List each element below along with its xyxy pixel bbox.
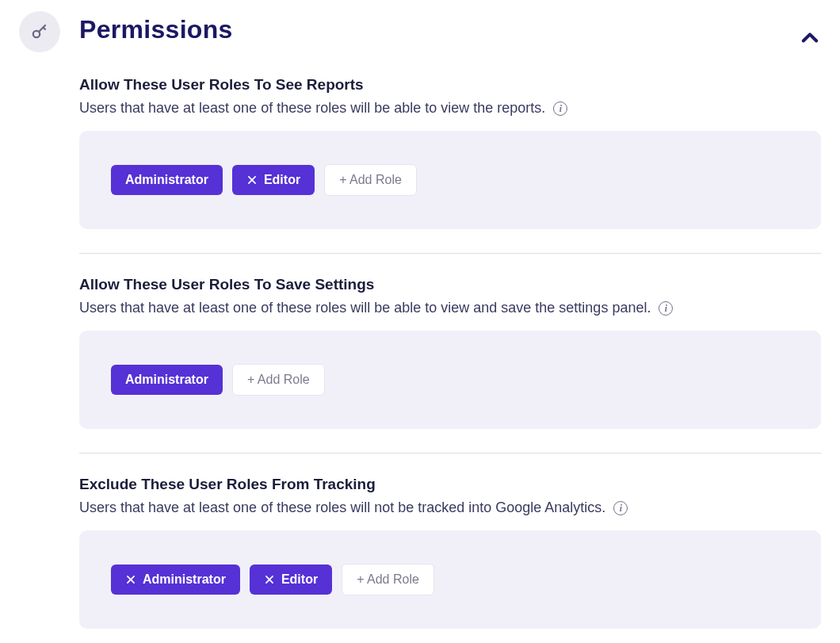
info-icon[interactable]: i (613, 501, 628, 515)
role-selection-box: Administrator + Add Role (79, 331, 821, 429)
add-role-button[interactable]: + Add Role (342, 564, 434, 595)
role-chip-label: Administrator (125, 173, 208, 187)
permissions-header: Permissions (19, 6, 821, 52)
section-description: Users that have at least one of these ro… (79, 100, 821, 117)
role-chip-administrator: Administrator (111, 165, 223, 195)
role-chip-label: Editor (264, 173, 300, 187)
section-see-reports: Allow These User Roles To See Reports Us… (79, 76, 821, 253)
section-description: Users that have at least one of these ro… (79, 499, 821, 516)
role-selection-box: Administrator Editor + Add Role (79, 530, 821, 629)
role-chip-administrator: Administrator (111, 365, 223, 395)
section-description: Users that have at least one of these ro… (79, 300, 821, 316)
remove-role-icon[interactable] (264, 574, 275, 585)
page-title: Permissions (79, 14, 233, 44)
section-title: Allow These User Roles To Save Settings (79, 276, 821, 293)
section-description-text: Users that have at least one of these ro… (79, 300, 651, 316)
role-chip-administrator: Administrator (111, 565, 240, 595)
collapse-toggle[interactable] (799, 27, 821, 49)
key-icon (19, 11, 60, 52)
add-role-button[interactable]: + Add Role (232, 364, 325, 396)
role-chip-label: Administrator (143, 572, 226, 587)
role-chip-editor: Editor (232, 165, 315, 195)
remove-role-icon[interactable] (246, 174, 258, 186)
role-chip-label: Editor (281, 572, 318, 587)
info-icon[interactable]: i (659, 301, 673, 316)
section-save-settings: Allow These User Roles To Save Settings … (79, 253, 821, 453)
permissions-content: Allow These User Roles To See Reports Us… (79, 76, 821, 643)
remove-role-icon[interactable] (125, 574, 136, 585)
role-chip-label: Administrator (125, 373, 208, 387)
role-chip-editor: Editor (250, 565, 332, 595)
role-selection-box: Administrator Editor + Add Role (79, 131, 821, 229)
section-title: Allow These User Roles To See Reports (79, 76, 821, 94)
section-description-text: Users that have at least one of these ro… (79, 100, 545, 117)
section-title: Exclude These User Roles From Tracking (79, 476, 821, 493)
section-exclude-tracking: Exclude These User Roles From Tracking U… (79, 453, 821, 643)
section-description-text: Users that have at least one of these ro… (79, 499, 605, 516)
add-role-button[interactable]: + Add Role (324, 164, 417, 196)
info-icon[interactable]: i (553, 101, 567, 116)
